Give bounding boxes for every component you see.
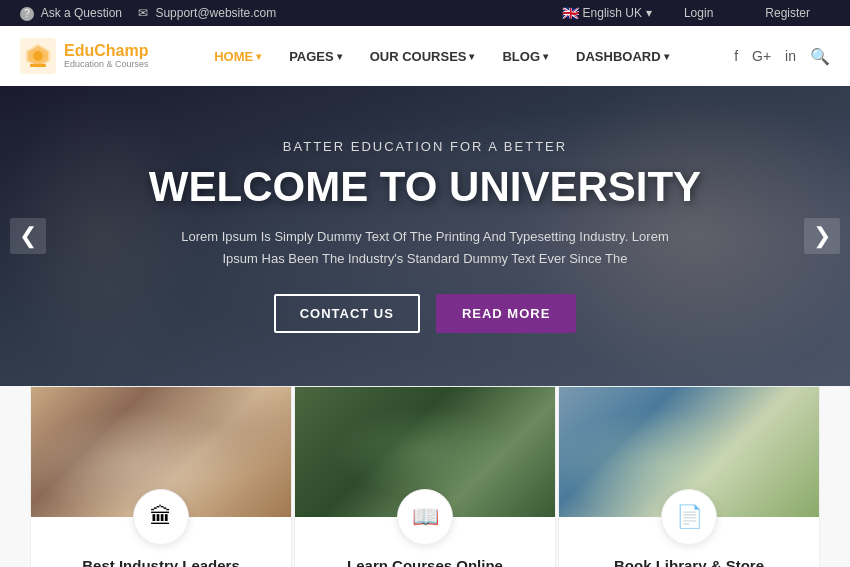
read-more-button[interactable]: READ MORE	[436, 294, 576, 333]
login-link[interactable]: Login	[664, 0, 733, 26]
hero-content: BATTER EDUCATION FOR A BETTER WELCOME TO…	[129, 139, 721, 333]
hero-next-arrow[interactable]: ❯	[804, 218, 840, 254]
card-learn-courses-online: 📖 Learn Courses Online View More	[294, 386, 556, 567]
nav-blog[interactable]: BLOG ▾	[490, 41, 560, 72]
file-icon: 📄	[676, 504, 703, 530]
ask-question-link[interactable]: ? Ask a Question	[20, 6, 122, 21]
linkedin-icon[interactable]: in	[785, 48, 796, 64]
logo[interactable]: EduChamp Education & Courses	[20, 38, 149, 74]
support-email-link[interactable]: ✉ Support@website.com	[138, 6, 276, 20]
home-caret: ▾	[256, 51, 261, 62]
top-bar-left: ? Ask a Question ✉ Support@website.com	[20, 6, 276, 21]
logo-title: EduChamp	[64, 42, 149, 60]
cards-section: 🏛 Best Industry Leaders View More 📖 Lear…	[0, 386, 850, 567]
building-icon: 🏛	[150, 504, 172, 530]
hero-description: Lorem Ipsum Is Simply Dummy Text Of The …	[175, 226, 675, 270]
top-bar: ? Ask a Question ✉ Support@website.com 🇬…	[0, 0, 850, 26]
pages-caret: ▾	[337, 51, 342, 62]
facebook-icon[interactable]: f	[734, 48, 738, 64]
header: EduChamp Education & Courses HOME ▾ PAGE…	[0, 26, 850, 86]
nav-home[interactable]: HOME ▾	[202, 41, 273, 72]
contact-us-button[interactable]: CONTACT US	[274, 294, 420, 333]
nav-pages[interactable]: PAGES ▾	[277, 41, 354, 72]
our-courses-caret: ▾	[469, 51, 474, 62]
dashboard-caret: ▾	[664, 51, 669, 62]
svg-point-3	[33, 51, 43, 61]
search-icon[interactable]: 🔍	[810, 47, 830, 66]
blog-caret: ▾	[543, 51, 548, 62]
register-link[interactable]: Register	[745, 0, 830, 26]
top-bar-right: 🇬🇧 English UK ▾ Login Register	[562, 0, 830, 26]
card-1-title: Best Industry Leaders	[47, 557, 275, 567]
card-best-industry-leaders: 🏛 Best Industry Leaders View More	[30, 386, 292, 567]
main-nav: HOME ▾ PAGES ▾ OUR COURSES ▾ BLOG ▾ DASH…	[202, 41, 680, 72]
svg-rect-4	[30, 64, 46, 67]
language-selector[interactable]: 🇬🇧 English UK ▾	[562, 5, 652, 21]
hero-subtitle: BATTER EDUCATION FOR A BETTER	[149, 139, 701, 154]
hero-prev-arrow[interactable]: ❮	[10, 218, 46, 254]
hero-title: WELCOME TO UNIVERSITY	[149, 164, 701, 210]
google-plus-icon[interactable]: G+	[752, 48, 771, 64]
flag-icon: 🇬🇧	[562, 5, 579, 21]
card-2-title: Learn Courses Online	[311, 557, 539, 567]
card-2-body: Learn Courses Online View More	[295, 545, 555, 567]
card-3-title: Book Library & Store	[575, 557, 803, 567]
card-3-icon-wrap: 📄	[661, 489, 717, 545]
book-icon: 📖	[412, 504, 439, 530]
nav-our-courses[interactable]: OUR COURSES ▾	[358, 41, 487, 72]
hero-buttons: CONTACT US READ MORE	[149, 294, 701, 333]
card-1-body: Best Industry Leaders View More	[31, 545, 291, 567]
envelope-icon: ✉	[138, 6, 148, 20]
card-book-library-store: 📄 Book Library & Store View More	[558, 386, 820, 567]
logo-icon	[20, 38, 56, 74]
hero-section: ❮ BATTER EDUCATION FOR A BETTER WELCOME …	[0, 86, 850, 386]
card-1-icon-wrap: 🏛	[133, 489, 189, 545]
nav-dashboard[interactable]: DASHBOARD ▾	[564, 41, 681, 72]
question-icon: ?	[20, 7, 34, 21]
card-3-body: Book Library & Store View More	[559, 545, 819, 567]
header-right: f G+ in 🔍	[734, 47, 830, 66]
logo-subtitle: Education & Courses	[64, 60, 149, 70]
card-2-icon-wrap: 📖	[397, 489, 453, 545]
